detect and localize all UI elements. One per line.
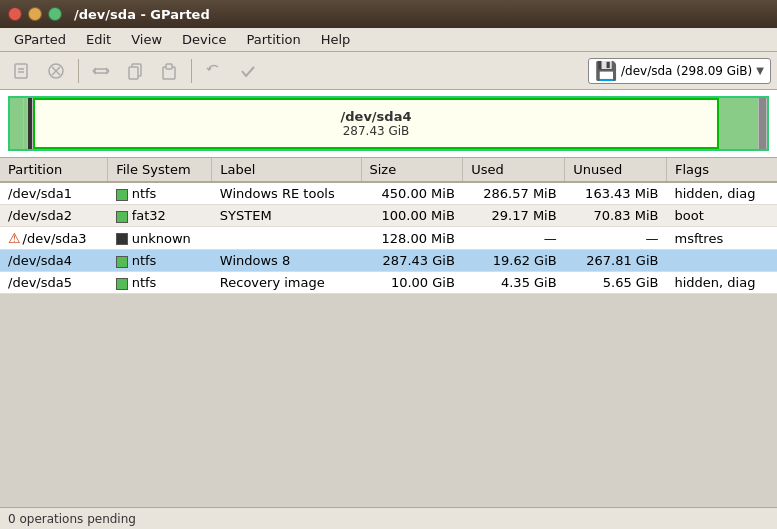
cell-flags	[666, 250, 777, 272]
cell-flags: hidden, diag	[666, 272, 777, 294]
cell-partition: /dev/sda1	[0, 182, 108, 205]
col-header-unused: Unused	[565, 158, 667, 182]
cell-label: Windows 8	[212, 250, 361, 272]
cell-flags: msftres	[666, 227, 777, 250]
cell-used: —	[463, 227, 565, 250]
delete-button[interactable]	[40, 56, 72, 86]
main-content: Partition File System Label Size Used Un…	[0, 158, 777, 506]
col-header-flags: Flags	[666, 158, 777, 182]
cell-unused: 267.81 GiB	[565, 250, 667, 272]
table-row[interactable]: /dev/sda4ntfsWindows 8287.43 GiB19.62 Gi…	[0, 250, 777, 272]
window-title: /dev/sda - GParted	[74, 7, 210, 22]
table-body: /dev/sda1ntfsWindows RE tools450.00 MiB2…	[0, 182, 777, 294]
device-selector[interactable]: 💾 /dev/sda (298.09 GiB) ▼	[588, 58, 771, 84]
col-header-filesystem: File System	[108, 158, 212, 182]
col-header-size: Size	[361, 158, 463, 182]
table-row[interactable]: ⚠/dev/sda3unknown128.00 MiB——msftres	[0, 227, 777, 250]
cell-partition: /dev/sda2	[0, 205, 108, 227]
svg-rect-14	[166, 64, 172, 69]
cell-unused: 5.65 GiB	[565, 272, 667, 294]
cell-filesystem: ntfs	[108, 250, 212, 272]
apply-button[interactable]	[232, 56, 264, 86]
pbar-sda5[interactable]	[719, 98, 759, 149]
pbar-unallocated[interactable]	[759, 98, 767, 149]
partition-table: Partition File System Label Size Used Un…	[0, 158, 777, 294]
hdd-icon: 💾	[595, 60, 617, 81]
cell-size: 287.43 GiB	[361, 250, 463, 272]
table-header-row: Partition File System Label Size Used Un…	[0, 158, 777, 182]
pbar-sda4[interactable]: /dev/sda4 287.43 GiB	[33, 98, 719, 149]
cell-partition: /dev/sda5	[0, 272, 108, 294]
cell-label	[212, 227, 361, 250]
statusbar: 0 operations pending	[0, 507, 777, 529]
cell-used: 4.35 GiB	[463, 272, 565, 294]
cell-filesystem: ntfs	[108, 272, 212, 294]
copy-button[interactable]	[119, 56, 151, 86]
paste-button[interactable]	[153, 56, 185, 86]
table-row[interactable]: /dev/sda1ntfsWindows RE tools450.00 MiB2…	[0, 182, 777, 205]
new-button[interactable]	[6, 56, 38, 86]
cell-label: Windows RE tools	[212, 182, 361, 205]
cell-size: 450.00 MiB	[361, 182, 463, 205]
menu-edit[interactable]: Edit	[76, 30, 121, 49]
device-label: /dev/sda (298.09 GiB)	[621, 64, 752, 78]
col-header-partition: Partition	[0, 158, 108, 182]
warn-icon: ⚠	[8, 230, 21, 246]
toolbar-separator-2	[191, 59, 192, 83]
resize-button[interactable]	[85, 56, 117, 86]
pbar-sda1[interactable]	[10, 98, 24, 149]
cell-size: 10.00 GiB	[361, 272, 463, 294]
minimize-button[interactable]	[28, 7, 42, 21]
chevron-down-icon: ▼	[756, 65, 764, 76]
toolbar-separator-1	[78, 59, 79, 83]
cell-partition: /dev/sda4	[0, 250, 108, 272]
cell-unused: 70.83 MiB	[565, 205, 667, 227]
svg-rect-12	[129, 67, 138, 79]
cell-filesystem: ntfs	[108, 182, 212, 205]
status-text: 0 operations pending	[8, 512, 136, 526]
table-row[interactable]: /dev/sda5ntfsRecovery image10.00 GiB4.35…	[0, 272, 777, 294]
menu-help[interactable]: Help	[311, 30, 361, 49]
svg-rect-6	[95, 69, 107, 73]
cell-flags: hidden, diag	[666, 182, 777, 205]
menubar: GParted Edit View Device Partition Help	[0, 28, 777, 52]
cell-used: 286.57 MiB	[463, 182, 565, 205]
cell-flags: boot	[666, 205, 777, 227]
maximize-button[interactable]	[48, 7, 62, 21]
menu-device[interactable]: Device	[172, 30, 236, 49]
cell-used: 29.17 MiB	[463, 205, 565, 227]
cell-size: 128.00 MiB	[361, 227, 463, 250]
cell-unused: 163.43 MiB	[565, 182, 667, 205]
cell-partition: ⚠/dev/sda3	[0, 227, 108, 250]
menu-gparted[interactable]: GParted	[4, 30, 76, 49]
menu-partition[interactable]: Partition	[237, 30, 311, 49]
cell-size: 100.00 MiB	[361, 205, 463, 227]
pbar-sda4-label: /dev/sda4	[341, 109, 412, 124]
fs-color-box	[116, 233, 128, 245]
cell-filesystem: fat32	[108, 205, 212, 227]
svg-rect-0	[15, 64, 27, 78]
partition-bar-area: /dev/sda4 287.43 GiB	[0, 90, 777, 158]
table-row[interactable]: /dev/sda2fat32SYSTEM100.00 MiB29.17 MiB7…	[0, 205, 777, 227]
col-header-label: Label	[212, 158, 361, 182]
undo-button[interactable]	[198, 56, 230, 86]
cell-used: 19.62 GiB	[463, 250, 565, 272]
toolbar: 💾 /dev/sda (298.09 GiB) ▼	[0, 52, 777, 90]
menu-view[interactable]: View	[121, 30, 172, 49]
cell-filesystem: unknown	[108, 227, 212, 250]
titlebar: /dev/sda - GParted	[0, 0, 777, 28]
cell-label: Recovery image	[212, 272, 361, 294]
cell-label: SYSTEM	[212, 205, 361, 227]
partition-bar: /dev/sda4 287.43 GiB	[8, 96, 769, 151]
cell-unused: —	[565, 227, 667, 250]
device-select-dropdown[interactable]: 💾 /dev/sda (298.09 GiB) ▼	[588, 58, 771, 84]
close-button[interactable]	[8, 7, 22, 21]
col-header-used: Used	[463, 158, 565, 182]
fs-color-box	[116, 256, 128, 268]
fs-color-box	[116, 189, 128, 201]
fs-color-box	[116, 278, 128, 290]
fs-color-box	[116, 211, 128, 223]
pbar-sda4-size: 287.43 GiB	[343, 124, 410, 138]
